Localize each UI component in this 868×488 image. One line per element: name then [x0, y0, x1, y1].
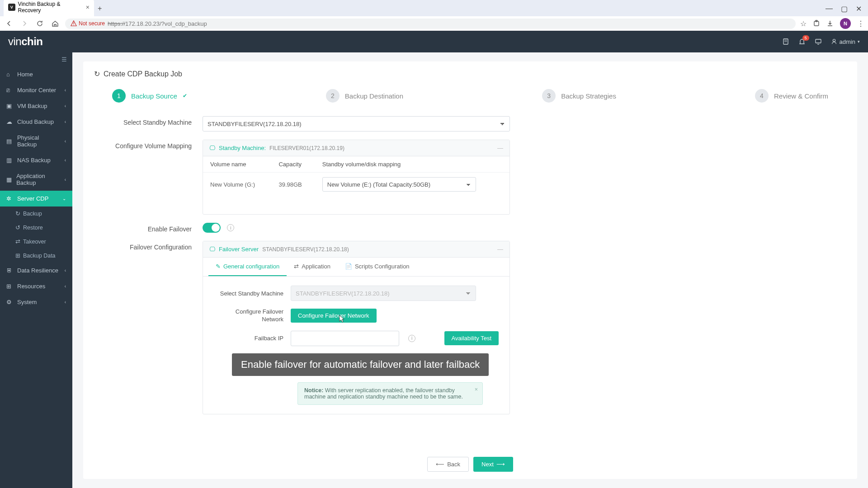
- menu-icon[interactable]: ⋮: [857, 19, 864, 28]
- favicon-icon: V: [8, 4, 15, 11]
- extensions-icon[interactable]: [813, 20, 820, 27]
- caption-overlay: Enable failover for automatic failover a…: [232, 353, 489, 376]
- sidebar-item-nas-backup[interactable]: ▥NAS Backup‹: [0, 152, 72, 168]
- sidebar-item-system[interactable]: ⚙System‹: [0, 294, 72, 310]
- script-icon: 📄: [345, 263, 352, 270]
- page-title: ↻ Create CDP Backup Job: [94, 70, 846, 78]
- chevron-icon: ‹: [65, 158, 66, 163]
- link-icon: ⇄: [294, 263, 299, 270]
- sidebar-item-vm-backup[interactable]: ▣VM Backup‹: [0, 98, 72, 114]
- url-text: https://172.18.20.23/?vol_cdp_backup: [108, 20, 207, 27]
- collapse-icon[interactable]: —: [497, 246, 503, 253]
- sidebar-item-server-cdp[interactable]: ✲Server CDP⌄: [0, 191, 72, 206]
- downloads-icon[interactable]: [826, 20, 834, 27]
- forward-button[interactable]: [19, 18, 30, 29]
- sidebar-sub-backup-data[interactable]: ⊞Backup Data: [0, 249, 72, 263]
- back-button[interactable]: ⟵Back: [427, 457, 469, 472]
- info-icon[interactable]: i: [408, 335, 415, 342]
- select-standby-label: Select Standby Machine: [94, 116, 203, 126]
- home-button[interactable]: [50, 18, 61, 29]
- cog-icon: ⚙: [6, 299, 13, 305]
- step-backup-strategies[interactable]: 3 Backup Strategies: [542, 89, 616, 103]
- profile-avatar[interactable]: N: [840, 18, 851, 29]
- bookmark-icon[interactable]: ☆: [800, 19, 807, 28]
- configure-network-label: Configure Failover Network: [214, 308, 291, 324]
- table-row: New Volume (G:) 39.98GB New Volume (E:) …: [203, 173, 509, 197]
- tab-general[interactable]: ✎General configuration: [208, 258, 287, 276]
- sidebar-item-resources[interactable]: ⊞Resources‹: [0, 278, 72, 294]
- sidebar-sub-takeover[interactable]: ⇄Takeover: [0, 235, 72, 249]
- enable-failover-label: Enable Failover: [94, 223, 203, 233]
- sidebar-item-monitor[interactable]: ⎚Monitor Center‹: [0, 82, 72, 98]
- reload-button[interactable]: [34, 18, 45, 29]
- sidebar-sub-restore[interactable]: ↺Restore: [0, 221, 72, 235]
- monitor-icon: 🖵: [209, 246, 215, 253]
- browser-tab[interactable]: V Vinchin Backup & Recovery ×: [4, 0, 94, 16]
- folder-icon: ▥: [6, 157, 13, 164]
- cloud-icon: ☁: [6, 118, 13, 125]
- notifications-icon[interactable]: [798, 38, 806, 45]
- col-mapping: Standby volume/disk mapping: [315, 156, 509, 173]
- user-menu[interactable]: admin ▾: [831, 38, 860, 45]
- arrow-left-icon: ⟵: [436, 461, 444, 468]
- new-tab-button[interactable]: +: [94, 1, 105, 16]
- chevron-icon: ‹: [65, 284, 66, 289]
- notice-close-icon[interactable]: ×: [475, 386, 478, 393]
- chevron-icon: ‹: [65, 88, 66, 93]
- chevron-icon: ‹: [65, 177, 66, 182]
- sidebar-item-home[interactable]: ⌂Home: [0, 66, 72, 82]
- sidebar-item-cloud-backup[interactable]: ☁Cloud Backup‹: [0, 114, 72, 130]
- failover-tabs: ✎General configuration ⇄Application 📄Scr…: [203, 258, 509, 277]
- back-button[interactable]: [4, 18, 14, 29]
- window-controls: — ▢ ✕: [819, 0, 868, 18]
- sidebar-item-data-resilience[interactable]: ⛨Data Resilience‹: [0, 263, 72, 278]
- svg-point-9: [833, 39, 835, 42]
- step-backup-source[interactable]: 1 Backup Source ✔: [112, 89, 187, 103]
- failover-config-panel: 🖵 Failover Server STANDBYFILESERV(172.18…: [203, 241, 510, 414]
- inner-select-standby-label: Select Standby Machine: [214, 290, 291, 297]
- home-icon: ⌂: [6, 71, 13, 78]
- select-standby-machine[interactable]: STANDBYFILESERV(172.18.20.18): [203, 116, 510, 131]
- sidebar-collapse-button[interactable]: ☰: [0, 52, 72, 66]
- configure-failover-network-button[interactable]: Configure Failover Network: [291, 309, 377, 323]
- info-icon[interactable]: i: [227, 224, 234, 231]
- refresh-icon: ↻: [94, 70, 100, 78]
- close-icon[interactable]: ✕: [856, 5, 862, 13]
- not-secure-badge: Not secure: [71, 20, 105, 27]
- check-icon: ✔: [183, 93, 187, 99]
- sidebar-item-physical-backup[interactable]: ▤Physical Backup‹: [0, 130, 72, 152]
- address-bar[interactable]: Not secure https://172.18.20.23/?vol_cdp…: [65, 19, 796, 29]
- sidebar-sub-backup[interactable]: ↻Backup: [0, 206, 72, 221]
- collapse-icon[interactable]: —: [497, 145, 503, 151]
- enable-failover-toggle[interactable]: [203, 223, 221, 233]
- next-button[interactable]: Next⟶: [473, 457, 513, 472]
- chevron-icon: ‹: [65, 300, 66, 305]
- display-icon[interactable]: [815, 38, 822, 45]
- tab-close-icon[interactable]: ×: [86, 4, 90, 11]
- cell-volume-name: New Volume (G:): [203, 173, 271, 197]
- monitor-icon: 🖵: [209, 145, 215, 151]
- boxes-icon: ⊞: [6, 283, 13, 290]
- minimize-icon[interactable]: —: [826, 5, 833, 13]
- availability-test-button[interactable]: Availability Test: [444, 331, 499, 345]
- tab-scripts[interactable]: 📄Scripts Configuration: [338, 258, 417, 276]
- col-capacity: Capacity: [271, 156, 315, 173]
- app-icon: ▦: [6, 176, 12, 183]
- standby-machine-title: Standby Machine:: [219, 145, 266, 151]
- notes-icon[interactable]: [782, 38, 789, 45]
- arrow-right-icon: ⟶: [496, 461, 505, 468]
- logo[interactable]: vinchin: [8, 35, 43, 48]
- chevron-icon: ‹: [65, 139, 66, 144]
- failback-ip-input[interactable]: [291, 331, 399, 346]
- failback-ip-label: Failback IP: [214, 335, 291, 342]
- chevron-down-icon: ⌄: [62, 196, 66, 201]
- sidebar-item-app-backup[interactable]: ▦Application Backup‹: [0, 168, 72, 191]
- step-backup-destination[interactable]: 2 Backup Destination: [326, 89, 403, 103]
- standby-machine-sub: FILESERVER01(172.18.20.19): [269, 145, 344, 151]
- volume-mapping-select[interactable]: New Volume (E:) (Total Capacity:50GB): [322, 177, 476, 192]
- app-header: vinchin admin ▾: [0, 31, 868, 52]
- maximize-icon[interactable]: ▢: [841, 5, 848, 13]
- tab-application[interactable]: ⇄Application: [287, 258, 338, 276]
- step-review-confirm[interactable]: 4 Review & Confirm: [755, 89, 828, 103]
- volume-mapping-panel: 🖵 Standby Machine: FILESERVER01(172.18.2…: [203, 140, 510, 215]
